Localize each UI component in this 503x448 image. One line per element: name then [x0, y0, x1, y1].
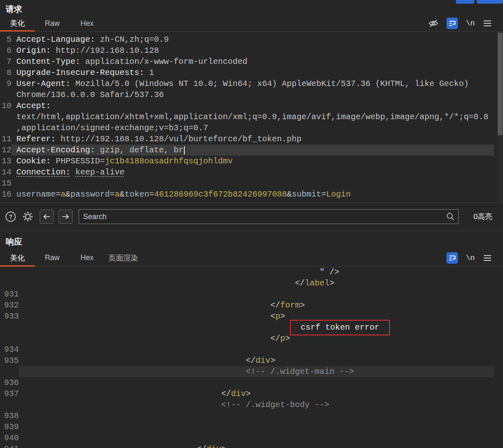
editor-row[interactable]: 932 </form> [0, 300, 503, 311]
line-number: 10 [0, 100, 11, 111]
editor-row[interactable]: 9User-Agent: Mozilla/5.0 (Windows NT 10.… [0, 78, 503, 89]
menu-icon[interactable] [483, 18, 492, 28]
soft-wrap-icon[interactable] [446, 18, 458, 29]
back-button[interactable] [40, 210, 54, 224]
newline-icon[interactable]: \n [466, 254, 475, 262]
editor-row[interactable]: csrf token error [0, 322, 503, 333]
request-panel: 请求 美化RawHex \n [0, 0, 503, 202]
response-tab-page-render[interactable]: 页面渲染 [104, 249, 142, 266]
editor-row[interactable]: </p> [0, 333, 503, 344]
text-segment: http://192.168.10.128/vul/burteforce/bf_… [56, 134, 301, 144]
text-segment: " /> [319, 267, 339, 277]
response-tab-hex[interactable]: Hex [70, 249, 104, 266]
svg-text:?: ? [9, 213, 13, 220]
editor-row[interactable]: 13Cookie: PHPSESSID=jc1b4188oasadrhfqsqj… [0, 156, 503, 167]
line-content: Accept-Language: zh-CN,zh;q=0.9 [11, 34, 494, 45]
line-content: <p> [19, 311, 494, 322]
line-content: Upgrade-Insecure-Requests: 1 [11, 67, 494, 78]
text-segment: div [256, 356, 270, 365]
editor-row[interactable]: <!-- /.widget-main --> [0, 366, 503, 377]
forward-button[interactable] [59, 210, 73, 224]
editor-row[interactable]: 934 [0, 344, 503, 355]
response-editor[interactable]: " /> </label>931932 </form>933 <p> [0, 267, 503, 448]
request-tab-raw[interactable]: Raw [35, 16, 70, 31]
editor-row[interactable]: " /> [0, 267, 503, 278]
response-tab-raw[interactable]: Raw [35, 249, 70, 266]
editor-row[interactable]: 6Origin: http://192.168.10.128 [0, 45, 503, 56]
editor-row[interactable]: 940 [0, 432, 503, 443]
editor-row[interactable]: text/html,application/xhtml+xml,applicat… [0, 111, 503, 122]
editor-row[interactable]: 933 <p> [0, 311, 503, 322]
text-segment [70, 167, 75, 177]
text-segment: div [206, 444, 221, 448]
editor-row[interactable]: 941 </div> [0, 443, 503, 448]
line-content: Chrome/136.0.0.0 Safari/537.36 [11, 89, 494, 100]
text-segment: Accept: [16, 101, 51, 111]
text-segment: form [280, 301, 300, 310]
text-segment: Connection: [16, 167, 70, 177]
editor-row[interactable]: 936 [0, 377, 503, 388]
search-input[interactable] [79, 209, 459, 224]
editor-row[interactable]: 12Accept-Encoding: gzip, deflate, br [0, 145, 503, 156]
clipped-blue-button-1[interactable] [456, 0, 474, 4]
editor-row[interactable]: 937 </div> [0, 388, 503, 399]
text-segment: a [115, 190, 120, 199]
text-cursor [184, 146, 185, 154]
eye-off-icon[interactable] [428, 18, 439, 29]
menu-icon[interactable] [483, 253, 492, 263]
text-segment: </ [270, 301, 280, 310]
newline-icon[interactable]: \n [466, 19, 475, 27]
soft-wrap-icon[interactable] [446, 252, 458, 264]
line-number: 940 [0, 432, 19, 443]
request-scrollbar-thumb[interactable] [498, 33, 503, 135]
text-segment: 1 [144, 68, 154, 77]
settings-gear-icon[interactable] [22, 211, 34, 222]
line-number: 931 [0, 289, 19, 300]
editor-row[interactable]: 7Content-Type: application/x-www-form-ur… [0, 56, 503, 67]
line-number: 12 [0, 145, 11, 156]
help-icon[interactable]: ? [5, 211, 16, 222]
line-content: Connection: keep-alive [11, 167, 494, 178]
editor-row[interactable]: 16username=a&password=a&token=461286969c… [0, 189, 503, 200]
text-segment: Referer: [16, 134, 56, 144]
editor-row[interactable]: Chrome/136.0.0.0 Safari/537.36 [0, 89, 503, 100]
line-number: 6 [0, 45, 11, 56]
editor-row[interactable]: 939 [0, 421, 503, 432]
line-number: 932 [0, 300, 19, 311]
response-tab-pretty[interactable]: 美化 [0, 249, 35, 266]
search-toolbar: ? 0高亮 [0, 202, 503, 231]
search-icon[interactable] [446, 212, 455, 223]
editor-row[interactable]: </label> [0, 278, 503, 289]
text-segment: User-Agent: [16, 79, 70, 88]
clipped-blue-button-2[interactable] [477, 0, 503, 4]
text-segment: submit [292, 190, 321, 199]
text-segment: text/html,application/xhtml+xml,applicat… [16, 112, 488, 122]
text-segment: div [231, 389, 246, 398]
editor-row[interactable]: 938 [0, 410, 503, 421]
editor-row[interactable]: 931 [0, 289, 503, 300]
editor-row[interactable]: 935 </div> [0, 355, 503, 366]
editor-row[interactable]: 8Upgrade-Insecure-Requests: 1 [0, 67, 503, 78]
editor-row[interactable]: 11Referer: http://192.168.10.128/vul/bur… [0, 133, 503, 145]
editor-row[interactable]: 14Connection: keep-alive [0, 167, 503, 178]
text-segment: label [305, 278, 329, 288]
line-number: 938 [0, 410, 19, 421]
editor-row[interactable]: ,application/signed-exchange;v=b3;q=0.7 [0, 122, 503, 133]
text-segment: a [61, 190, 66, 199]
line-content [11, 178, 494, 189]
line-content: Referer: http://192.168.10.128/vul/burte… [11, 133, 494, 145]
text-segment: = [149, 190, 154, 199]
editor-row[interactable]: 5Accept-Language: zh-CN,zh;q=0.9 [0, 34, 503, 45]
text-segment: gzip, deflate, br [95, 145, 184, 155]
request-tab-pretty[interactable]: 美化 [0, 16, 35, 31]
text-segment: Chrome/136.0.0.0 Safari/537.36 [16, 90, 164, 100]
editor-row[interactable]: 10Accept: [0, 100, 503, 111]
line-number [0, 278, 19, 289]
request-editor[interactable]: 5Accept-Language: zh-CN,zh;q=0.96Origin:… [0, 32, 503, 202]
request-scrollbar[interactable] [497, 32, 503, 202]
line-number: 939 [0, 421, 19, 432]
line-content [19, 421, 494, 432]
request-tab-hex[interactable]: Hex [70, 16, 104, 31]
editor-row[interactable]: <!-- /.widget-body --> [0, 399, 503, 410]
editor-row[interactable]: 15 [0, 178, 503, 189]
